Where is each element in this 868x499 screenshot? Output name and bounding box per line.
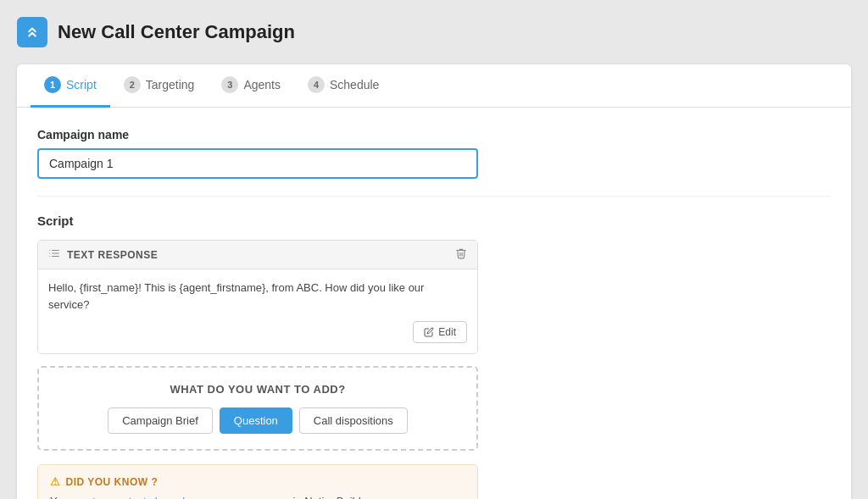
page-header: New Call Center Campaign: [17, 17, 851, 47]
campaign-name-field: Campaign name: [37, 128, 831, 179]
page-title: New Call Center Campaign: [58, 21, 295, 43]
tab-number-2: 2: [124, 76, 141, 93]
did-you-know-section: ⚠ DID YOU KNOW ? You can tag contacts ba…: [37, 464, 478, 499]
campaign-name-input[interactable]: [37, 148, 478, 179]
dyk-text-after: in NationBuilder .: [290, 495, 377, 499]
add-buttons: Campaign Brief Question Call disposition…: [54, 408, 461, 434]
edit-label: Edit: [438, 326, 456, 338]
add-section-title: WHAT DO YOU WANT TO ADD?: [54, 383, 461, 396]
dyk-title: DID YOU KNOW ?: [66, 476, 159, 488]
divider: [37, 196, 831, 197]
tab-script[interactable]: 1 Script: [31, 64, 110, 108]
script-block-body: Hello, {first_name}! This is {agent_firs…: [38, 269, 477, 353]
main-card: 1 Script 2 Targeting 3 Agents 4 Schedule…: [17, 64, 851, 499]
header-icon: [17, 17, 47, 47]
edit-btn-row: Edit: [48, 321, 467, 343]
tab-number-4: 4: [308, 76, 325, 93]
tabs-bar: 1 Script 2 Targeting 3 Agents 4 Schedule: [17, 64, 851, 108]
edit-button[interactable]: Edit: [413, 321, 467, 343]
tab-number-1: 1: [44, 76, 61, 93]
tab-targeting[interactable]: 2 Targeting: [110, 64, 209, 108]
script-section-title: Script: [37, 213, 831, 228]
tab-label-agents: Agents: [243, 78, 281, 91]
text-response-block: TEXT RESPONSE Hello, {first_name}! This …: [37, 240, 478, 354]
bulb-icon: ⚠: [50, 475, 61, 488]
list-icon: [48, 247, 60, 262]
question-button[interactable]: Question: [220, 408, 292, 434]
dyk-text: You can tag contacts based on survey res…: [50, 493, 465, 499]
call-dispositions-button[interactable]: Call dispositions: [299, 408, 408, 434]
dyk-text-before: You can: [50, 495, 92, 499]
script-text: Hello, {first_name}! This is {agent_firs…: [48, 280, 467, 313]
add-section: WHAT DO YOU WANT TO ADD? Campaign Brief …: [37, 366, 478, 451]
tab-label-targeting: Targeting: [146, 78, 195, 91]
tab-number-3: 3: [221, 76, 238, 93]
script-block-header: TEXT RESPONSE: [38, 241, 477, 269]
dyk-link[interactable]: tag contacts based on survey responses: [92, 495, 290, 499]
dyk-header: ⚠ DID YOU KNOW ?: [50, 475, 465, 488]
card-content: Campaign name Script: [17, 108, 851, 499]
block-type-label: TEXT RESPONSE: [67, 249, 158, 261]
campaign-brief-button[interactable]: Campaign Brief: [108, 408, 213, 434]
tab-label-script: Script: [66, 78, 97, 91]
delete-block-button[interactable]: [455, 247, 467, 262]
campaign-name-label: Campaign name: [37, 128, 831, 141]
tab-schedule[interactable]: 4 Schedule: [294, 64, 392, 108]
tab-label-schedule: Schedule: [330, 78, 379, 91]
tab-agents[interactable]: 3 Agents: [208, 64, 294, 108]
script-block-title: TEXT RESPONSE: [48, 247, 158, 262]
